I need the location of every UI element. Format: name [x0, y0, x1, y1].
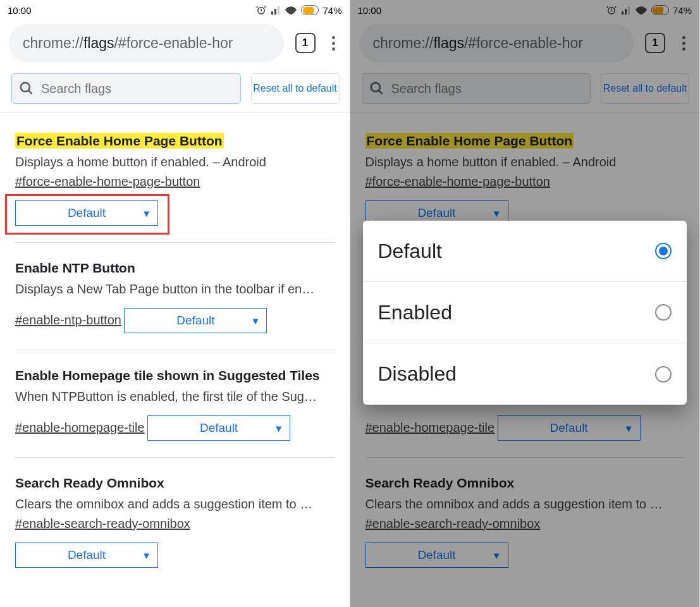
- flag-description: Displays a New Tab Page button in the to…: [15, 282, 335, 297]
- tab-count-label: 1: [302, 37, 308, 49]
- chevron-down-icon: ▼: [251, 316, 261, 326]
- svg-rect-6: [622, 11, 623, 15]
- chevron-down-icon: ▼: [492, 208, 501, 219]
- alarm-icon: [606, 4, 617, 16]
- flags-controls: Reset all to default: [0, 66, 350, 113]
- battery-pct: 74%: [673, 5, 692, 16]
- flag-description: Clears the omnibox and adds a suggestion…: [365, 497, 685, 512]
- flag-title: Force Enable Home Page Button: [15, 133, 224, 149]
- option-default[interactable]: Default: [363, 221, 687, 282]
- reset-all-button[interactable]: Reset all to default: [251, 73, 340, 104]
- status-icons: 74%: [255, 4, 341, 16]
- flag-anchor-link[interactable]: #enable-search-ready-omnibox: [365, 517, 541, 531]
- flag-dropdown[interactable]: Default ▼: [365, 543, 508, 568]
- battery-icon: [301, 5, 319, 15]
- wifi-icon: [285, 5, 297, 15]
- flag-title: Enable NTP Button: [15, 261, 135, 275]
- left-screenshot: 10:00 74% chrome://flags/#force-enable-h…: [0, 0, 350, 607]
- flag-title: Search Ready Omnibox: [15, 475, 164, 490]
- signal-icon: [271, 5, 281, 15]
- flag-dropdown[interactable]: Default ▼: [498, 415, 641, 441]
- flag-anchor-link[interactable]: #enable-ntp-button: [15, 313, 121, 328]
- tab-count-label: 1: [652, 37, 658, 49]
- flag-anchor-link[interactable]: #enable-search-ready-omnibox: [15, 517, 190, 531]
- flag-force-enable-home-page-button: Force Enable Home Page Button Displays a…: [15, 113, 335, 243]
- reset-label: Reset all to default: [253, 82, 337, 95]
- kebab-menu-icon[interactable]: [327, 36, 341, 51]
- flag-title: Search Ready Omnibox: [365, 475, 515, 490]
- svg-rect-1: [271, 11, 273, 15]
- flag-dropdown[interactable]: Default ▼: [147, 415, 290, 441]
- reset-label: Reset all to default: [603, 82, 687, 95]
- flag-anchor-link[interactable]: #force-enable-home-page-button: [15, 175, 200, 189]
- dropdown-popup: Default Enabled Disabled: [363, 221, 687, 405]
- option-enabled[interactable]: Enabled: [363, 282, 687, 343]
- flag-dropdown-value: Default: [68, 548, 106, 562]
- chevron-down-icon: ▼: [142, 550, 151, 561]
- chevron-down-icon: ▼: [624, 423, 634, 434]
- search-icon: [369, 80, 385, 97]
- svg-point-9: [371, 83, 379, 92]
- flag-dropdown-value: Default: [417, 206, 455, 220]
- flag-search-ready-omnibox: Search Ready Omnibox Clears the omnibox …: [365, 458, 685, 584]
- flag-dropdown[interactable]: Default ▼: [124, 308, 267, 333]
- search-icon: [18, 80, 35, 97]
- flag-dropdown-value: Default: [176, 314, 214, 328]
- chevron-down-icon: ▼: [142, 208, 151, 219]
- flags-list: Force Enable Home Page Button Displays a…: [0, 113, 350, 584]
- tabs-button[interactable]: 1: [295, 33, 316, 53]
- wifi-icon: [635, 5, 648, 15]
- clock: 10:00: [358, 5, 382, 16]
- flag-description: Displays a home button if enabled. – And…: [365, 155, 685, 169]
- svg-point-4: [21, 83, 30, 92]
- url-path: /#force-enable-hor: [464, 35, 583, 52]
- option-label: Enabled: [378, 301, 452, 324]
- search-flags-field[interactable]: [391, 82, 584, 96]
- radio-icon: [655, 366, 672, 383]
- option-label: Default: [378, 240, 442, 263]
- clock: 10:00: [8, 5, 32, 16]
- tabs-button[interactable]: 1: [645, 33, 665, 53]
- flag-anchor-link[interactable]: #enable-homepage-tile: [365, 420, 495, 435]
- svg-rect-7: [625, 9, 627, 15]
- omnibox[interactable]: chrome://flags/#force-enable-hor: [359, 24, 634, 62]
- flag-enable-homepage-tile: Enable Homepage tile shown in Suggested …: [15, 350, 335, 458]
- option-disabled[interactable]: Disabled: [363, 343, 687, 405]
- radio-icon: [655, 304, 672, 321]
- flag-description: When NTPButton is enabled, the first til…: [15, 389, 335, 404]
- right-screenshot: 10:00 74% chrome://flags/#force-enable-h…: [350, 0, 701, 607]
- flag-dropdown-value: Default: [550, 421, 587, 435]
- status-bar: 10:00 74%: [0, 0, 350, 20]
- flag-anchor-link[interactable]: #force-enable-home-page-button: [365, 175, 550, 189]
- flag-search-ready-omnibox: Search Ready Omnibox Clears the omnibox …: [15, 458, 335, 584]
- omnibox[interactable]: chrome://flags/#force-enable-hor: [9, 24, 284, 62]
- battery-pct: 74%: [322, 5, 341, 16]
- status-icons: 74%: [606, 4, 692, 16]
- url-scheme: chrome://: [23, 35, 83, 52]
- search-flags-input[interactable]: [362, 73, 591, 104]
- svg-rect-2: [274, 9, 276, 15]
- flags-controls: Reset all to default: [350, 66, 700, 113]
- alarm-icon: [255, 4, 267, 16]
- url-scheme: chrome://: [373, 35, 434, 52]
- browser-toolbar: chrome://flags/#force-enable-hor 1: [350, 20, 700, 66]
- search-flags-input[interactable]: [11, 73, 241, 104]
- url-host: flags: [433, 35, 464, 52]
- svg-rect-3: [278, 6, 279, 15]
- search-flags-field[interactable]: [41, 82, 234, 96]
- kebab-menu-icon[interactable]: [677, 36, 691, 51]
- browser-toolbar: chrome://flags/#force-enable-hor 1: [0, 20, 350, 66]
- signal-icon: [621, 5, 631, 15]
- chevron-down-icon: ▼: [274, 423, 283, 434]
- reset-all-button[interactable]: Reset all to default: [601, 73, 689, 104]
- flag-dropdown[interactable]: Default ▼: [15, 543, 158, 568]
- url-host: flags: [83, 35, 114, 52]
- radio-selected-icon: [655, 243, 672, 259]
- flag-anchor-link[interactable]: #enable-homepage-tile: [15, 420, 145, 435]
- url-path: /#force-enable-hor: [114, 35, 233, 52]
- flag-dropdown[interactable]: Default ▼: [15, 200, 158, 226]
- flag-dropdown-value: Default: [417, 548, 455, 562]
- flag-enable-ntp-button: Enable NTP Button Displays a New Tab Pag…: [15, 243, 335, 350]
- svg-rect-8: [628, 6, 630, 15]
- flag-description: Clears the omnibox and adds a suggestion…: [15, 497, 335, 512]
